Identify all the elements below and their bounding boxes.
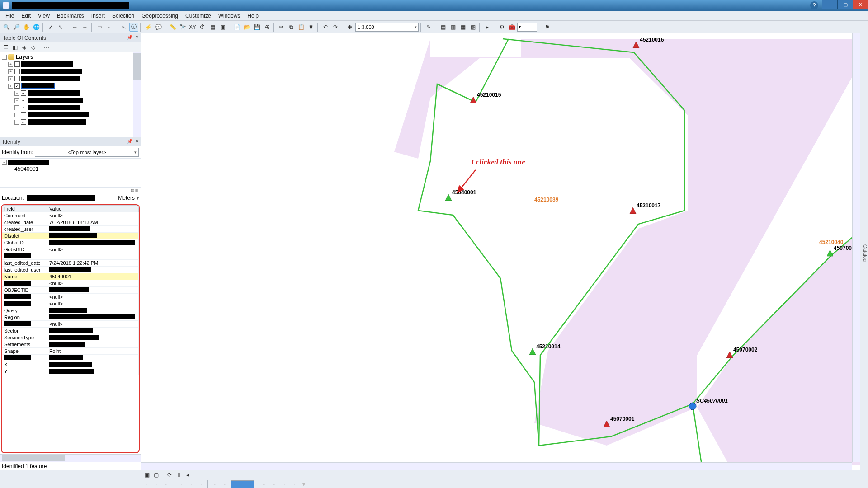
menu-file[interactable]: File <box>2 13 18 19</box>
clear-selection-icon[interactable]: ▫ <box>105 23 114 32</box>
catalog-tab[interactable]: Catalog <box>860 33 868 470</box>
viewer-icon[interactable]: ▣ <box>218 23 227 32</box>
maximize-button[interactable]: ▢ <box>837 0 853 9</box>
map-hscrollbar[interactable] <box>141 462 852 470</box>
scale-combo[interactable]: 1:3,000 <box>355 23 419 32</box>
menu-help[interactable]: Help <box>244 13 262 19</box>
model-builder-icon[interactable]: ⚙ <box>497 23 506 32</box>
close-icon[interactable]: ✕ <box>135 35 139 40</box>
attribute-row[interactable]: <null> <box>2 300 139 307</box>
new-icon[interactable]: 📄 <box>232 23 241 32</box>
edit-tool-icon[interactable]: ▫ <box>196 480 205 488</box>
flag-icon[interactable]: ⚑ <box>542 23 552 32</box>
attribute-row[interactable] <box>2 355 139 361</box>
layer-checkbox[interactable] <box>21 105 26 110</box>
expander-icon[interactable]: + <box>14 120 19 125</box>
cut-icon[interactable]: ✂ <box>277 23 286 32</box>
fixed-zoom-in-icon[interactable]: ⤢ <box>46 23 55 32</box>
tree-tools-icon[interactable]: ▤▥ <box>131 188 139 192</box>
zoom-in-icon[interactable]: 🔍 <box>2 23 11 32</box>
map-view[interactable]: 4521001645210015450400014521001745210014… <box>141 33 860 470</box>
layer-checkbox[interactable] <box>21 119 26 125</box>
pan-icon[interactable]: ✋ <box>22 23 31 32</box>
menu-edit[interactable]: Edit <box>18 13 34 19</box>
expander-icon[interactable]: − <box>2 55 7 60</box>
identify-icon[interactable]: ⓘ <box>129 23 138 32</box>
search-icon[interactable]: ▧ <box>468 23 477 32</box>
expander-icon[interactable]: + <box>8 62 13 67</box>
menu-customize[interactable]: Customize <box>182 13 215 19</box>
attribute-row[interactable]: last_edited_date7/24/2018 1:22:42 PM <box>2 260 139 267</box>
editor-combo[interactable] <box>231 480 254 488</box>
full-extent-icon[interactable]: 🌐 <box>32 23 41 32</box>
edit-tool-icon[interactable]: ▫ <box>142 480 151 488</box>
identify-from-combo[interactable]: <Top-most layer> <box>35 148 139 157</box>
pin-icon[interactable]: 📌 <box>127 139 132 144</box>
attribute-row[interactable]: created_date7/12/2018 6:18:13 AM <box>2 219 139 226</box>
menu-geoprocessing[interactable]: Geoprocessing <box>138 13 182 19</box>
menu-bookmarks[interactable]: Bookmarks <box>53 13 88 19</box>
attribute-row[interactable] <box>2 253 139 260</box>
edit-dropdown-icon[interactable]: ▾ <box>299 480 308 488</box>
menu-windows[interactable]: Windows <box>215 13 244 19</box>
redo-icon[interactable]: ↷ <box>331 23 340 32</box>
expander-icon[interactable]: + <box>8 69 13 74</box>
attribute-row[interactable]: <null> <box>2 294 139 300</box>
forward-icon[interactable]: → <box>80 23 90 32</box>
edit-tool-icon[interactable]: ▫ <box>279 480 288 488</box>
fixed-zoom-out-icon[interactable]: ⤡ <box>56 23 65 32</box>
toc-icon[interactable]: ▥ <box>448 23 458 32</box>
layer-row[interactable]: + <box>8 68 139 75</box>
layer-checkbox[interactable] <box>21 98 26 103</box>
layer-row[interactable]: + <box>8 82 139 89</box>
layer-checkbox[interactable] <box>14 61 20 67</box>
list-by-selection-icon[interactable]: ◇ <box>29 43 37 52</box>
find-icon[interactable]: 🔭 <box>178 23 187 32</box>
layer-checkbox[interactable] <box>21 90 26 96</box>
toc-scrollbar[interactable] <box>133 52 141 137</box>
paste-icon[interactable]: 📋 <box>297 23 306 32</box>
attribute-row[interactable]: GlobalID <box>2 239 139 246</box>
layer-row[interactable]: + <box>8 104 139 111</box>
expander-icon[interactable]: + <box>14 91 19 96</box>
toc-tree[interactable]: − Layers +++++++++ <box>0 52 141 137</box>
edit-tool-icon[interactable]: ▫ <box>269 480 278 488</box>
layer-row[interactable]: + <box>8 75 139 82</box>
arctoolbox-icon[interactable]: 🧰 <box>507 23 516 32</box>
layer-row[interactable]: + <box>8 118 139 126</box>
attribute-row[interactable]: OBJECTID <box>2 287 139 294</box>
expander-icon[interactable]: + <box>14 113 19 117</box>
open-icon[interactable]: 📂 <box>242 23 251 32</box>
refresh-icon[interactable]: ⟳ <box>165 471 174 479</box>
identify-hscrollbar[interactable] <box>0 454 141 462</box>
list-by-visibility-icon[interactable]: ◈ <box>20 43 28 52</box>
attribute-row[interactable]: Sector <box>2 328 139 334</box>
measure-icon[interactable]: 📏 <box>168 23 177 32</box>
edit-tool-icon[interactable]: ▫ <box>221 480 230 488</box>
layout-view-icon[interactable]: ▢ <box>152 471 160 479</box>
data-view-icon[interactable]: ▣ <box>143 471 151 479</box>
help-icon[interactable]: ? <box>810 1 818 9</box>
catalog-icon[interactable]: ▦ <box>458 23 467 32</box>
layer-checkbox[interactable] <box>14 69 20 74</box>
undo-icon[interactable]: ↶ <box>321 23 330 32</box>
save-icon[interactable]: 💾 <box>252 23 261 32</box>
attribute-row[interactable]: <null> <box>2 321 139 328</box>
attribute-row[interactable]: X <box>2 361 139 368</box>
layer-checkbox[interactable] <box>14 76 20 81</box>
layer-row[interactable]: + <box>8 97 139 104</box>
expander-icon[interactable]: + <box>8 76 13 81</box>
edit-tool-icon[interactable]: ▫ <box>132 480 141 488</box>
attribute-row[interactable]: Y <box>2 368 139 375</box>
html-popup-icon[interactable]: 💬 <box>154 23 163 32</box>
xy-icon[interactable]: XY <box>188 23 197 32</box>
map-point-45210015[interactable]: 45210015 <box>470 92 501 103</box>
menu-view[interactable]: View <box>34 13 53 19</box>
attribute-row[interactable]: Settlements <box>2 341 139 348</box>
delete-icon[interactable]: ✖ <box>307 23 316 32</box>
edit-tool-icon[interactable]: ▫ <box>259 480 269 488</box>
edit-tool-icon[interactable]: ▫ <box>211 480 220 488</box>
attribute-row[interactable]: Query <box>2 307 139 314</box>
options-icon[interactable]: ⋯ <box>42 43 51 52</box>
edit-tool-icon[interactable]: ▫ <box>162 480 171 488</box>
